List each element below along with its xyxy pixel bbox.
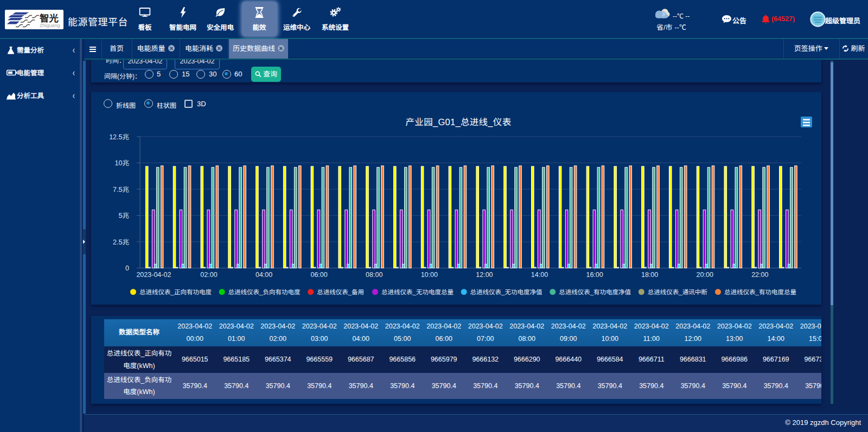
svg-text:总进线仪表_通讯中断: 总进线仪表_通讯中断 [648,289,707,295]
svg-text:总进线仪表_有功电度总量: 总进线仪表_有功电度总量 [724,289,796,295]
svg-text:2.5兆: 2.5兆 [113,238,129,246]
svg-text:总进线仪表_正向有功电度: 总进线仪表_正向有功电度 [139,289,212,295]
svg-text:10兆: 10兆 [115,159,130,167]
svg-text:总进线仪表_负向有功电度: 总进线仪表_负向有功电度 [228,289,301,295]
svg-text:06:00: 06:00 [310,271,327,279]
svg-text:12:00: 12:00 [476,271,493,279]
svg-text:7.5兆: 7.5兆 [113,186,129,194]
svg-text:12.5兆: 12.5兆 [109,133,129,141]
svg-text:总进线仪表_有功电度净值: 总进线仪表_有功电度净值 [559,289,631,295]
svg-text:04:00: 04:00 [256,271,272,279]
svg-text:08:00: 08:00 [366,271,382,279]
svg-text:0: 0 [125,265,129,272]
svg-text:14:00: 14:00 [531,271,548,279]
svg-text:总进线仪表_无功电度总量: 总进线仪表_无功电度总量 [381,289,454,295]
svg-text:2023-04-02: 2023-04-02 [136,271,171,279]
svg-text:16:00: 16:00 [586,271,603,279]
svg-text:22:00: 22:00 [751,271,768,279]
svg-text:10:00: 10:00 [421,271,438,279]
svg-text:Zhiguang: Zhiguang [40,23,60,28]
svg-text:产业园_G01_总进线_仪表: 产业园_G01_总进线_仪表 [406,117,512,127]
svg-text:02:00: 02:00 [200,271,217,279]
svg-text:20:00: 20:00 [697,271,713,279]
svg-text:5兆: 5兆 [119,212,130,220]
svg-text:18:00: 18:00 [641,271,658,279]
svg-text:总进线仪表_备用: 总进线仪表_备用 [317,289,364,295]
svg-text:总进线仪表_无功电度净值: 总进线仪表_无功电度净值 [470,289,542,295]
